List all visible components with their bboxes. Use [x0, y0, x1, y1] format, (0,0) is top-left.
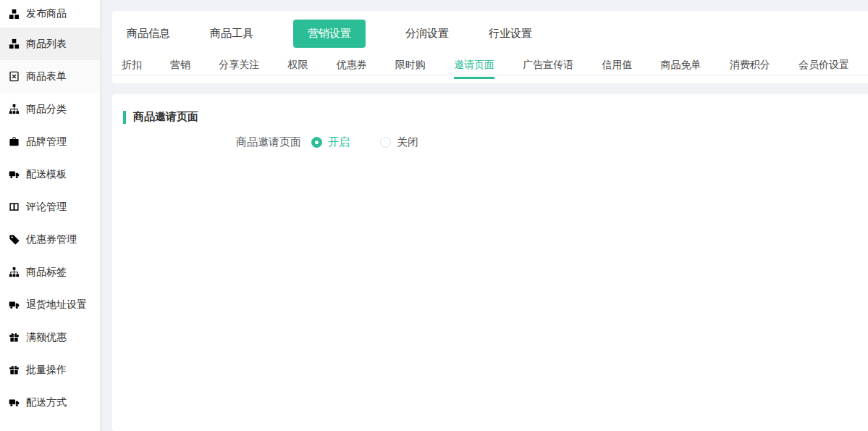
cubes-icon	[9, 9, 20, 20]
app-window: 发布商品 商品列表 商品表单 商品分类 品牌管理 配送模板 评论管理 优惠券管	[0, 0, 868, 431]
subtab-invite-page[interactable]: 邀请页面	[454, 59, 494, 78]
primary-tabs: 商品信息 商品工具 营销设置 分润设置 行业设置	[112, 11, 868, 56]
truck-icon	[9, 169, 20, 180]
sidebar-item-label: 发布商品	[26, 7, 67, 20]
sidebar-item-product-form[interactable]: 商品表单	[0, 60, 100, 93]
invite-page-label: 商品邀请页面	[236, 135, 301, 149]
sidebar-item-publish-product[interactable]: 发布商品	[0, 0, 100, 28]
radio-option-on[interactable]: 开启	[311, 135, 350, 149]
subtab-consume-points[interactable]: 消费积分	[730, 59, 770, 78]
radio-unselected-icon[interactable]	[380, 137, 391, 148]
sidebar-item-label: 商品表单	[26, 70, 67, 83]
subtab-share-follow[interactable]: 分享关注	[219, 59, 259, 78]
sidebar-item-brand-management[interactable]: 品牌管理	[0, 125, 100, 158]
radio-off-label: 关闭	[397, 135, 418, 149]
subtab-permission[interactable]: 权限	[288, 59, 308, 78]
sidebar-item-product-category[interactable]: 商品分类	[0, 93, 100, 125]
sidebar-item-label: 商品分类	[26, 103, 67, 116]
sidebar-item-product-tags[interactable]: 商品标签	[0, 256, 100, 288]
tab-industry-settings[interactable]: 行业设置	[489, 20, 532, 48]
subtab-marketing[interactable]: 营销	[170, 59, 190, 78]
invite-page-form-row: 商品邀请页面 开启 关闭	[123, 135, 868, 149]
section-header: 商品邀请页面	[123, 110, 868, 124]
sidebar-item-label: 配送方式	[26, 396, 67, 409]
tab-marketing-settings[interactable]: 营销设置	[293, 20, 366, 48]
sitemap-icon	[9, 267, 20, 277]
sitemap-icon	[9, 104, 20, 114]
gift-icon	[9, 332, 20, 343]
secondary-tabs: 折扣 营销 分享关注 权限 优惠券 限时购 邀请页面 广告宣传语 信用值 商品免…	[112, 56, 868, 75]
sidebar: 发布商品 商品列表 商品表单 商品分类 品牌管理 配送模板 评论管理 优惠券管	[0, 0, 101, 431]
sidebar-item-comment-management[interactable]: 评论管理	[0, 191, 100, 223]
subtab-coupon[interactable]: 优惠券	[337, 59, 367, 78]
subtab-discount[interactable]: 折扣	[122, 59, 142, 78]
sidebar-item-label: 优惠券管理	[26, 233, 77, 246]
radio-selected-icon[interactable]	[311, 137, 322, 148]
sidebar-item-label: 批量操作	[26, 364, 67, 377]
section-accent-bar	[123, 111, 126, 124]
main-content: 商品信息 商品工具 营销设置 分润设置 行业设置 折扣 营销 分享关注 权限 优…	[101, 0, 868, 431]
sidebar-item-label: 品牌管理	[26, 135, 67, 148]
briefcase-icon	[9, 136, 20, 147]
sidebar-item-return-address-settings[interactable]: 退货地址设置	[0, 288, 100, 321]
sidebar-item-product-list[interactable]: 商品列表	[0, 28, 100, 60]
sidebar-item-coupon-management[interactable]: 优惠券管理	[0, 223, 100, 256]
sidebar-item-batch-operations[interactable]: 批量操作	[0, 353, 100, 386]
subtab-free-order[interactable]: 商品免单	[661, 59, 701, 78]
content-card: 商品邀请页面 商品邀请页面 开启 关闭	[112, 94, 868, 431]
sidebar-item-label: 商品列表	[26, 38, 67, 51]
sidebar-item-delivery-method[interactable]: 配送方式	[0, 386, 100, 419]
sidebar-item-label: 配送模板	[26, 168, 67, 181]
columns-icon	[9, 201, 20, 212]
subtab-member-price[interactable]: 会员价设置	[799, 59, 849, 78]
truck-icon	[9, 397, 20, 408]
tag-icon	[9, 234, 20, 245]
tab-profit-settings[interactable]: 分润设置	[405, 20, 449, 48]
tab-product-tools[interactable]: 商品工具	[210, 20, 253, 48]
truck-icon	[9, 299, 20, 310]
subtab-ad-slogan[interactable]: 广告宣传语	[523, 59, 573, 78]
radio-on-label: 开启	[328, 135, 350, 149]
cubes-icon	[9, 38, 20, 49]
section-title: 商品邀请页面	[133, 110, 198, 124]
sidebar-item-delivery-template[interactable]: 配送模板	[0, 158, 100, 191]
tabs-card: 商品信息 商品工具 营销设置 分润设置 行业设置 折扣 营销 分享关注 权限 优…	[112, 11, 868, 83]
sidebar-item-label: 商品标签	[26, 266, 67, 279]
sidebar-item-label: 退货地址设置	[26, 298, 87, 311]
subtab-flash-sale[interactable]: 限时购	[395, 59, 426, 78]
subtab-credit-value[interactable]: 信用值	[602, 59, 632, 78]
sidebar-item-label: 评论管理	[26, 201, 67, 214]
sidebar-item-label: 满额优惠	[26, 331, 67, 344]
tab-product-info[interactable]: 商品信息	[127, 20, 170, 48]
sidebar-item-full-amount-discount[interactable]: 满额优惠	[0, 321, 100, 353]
file-excel-icon	[9, 71, 20, 82]
radio-option-off[interactable]: 关闭	[380, 135, 418, 149]
gift-icon	[9, 364, 20, 375]
